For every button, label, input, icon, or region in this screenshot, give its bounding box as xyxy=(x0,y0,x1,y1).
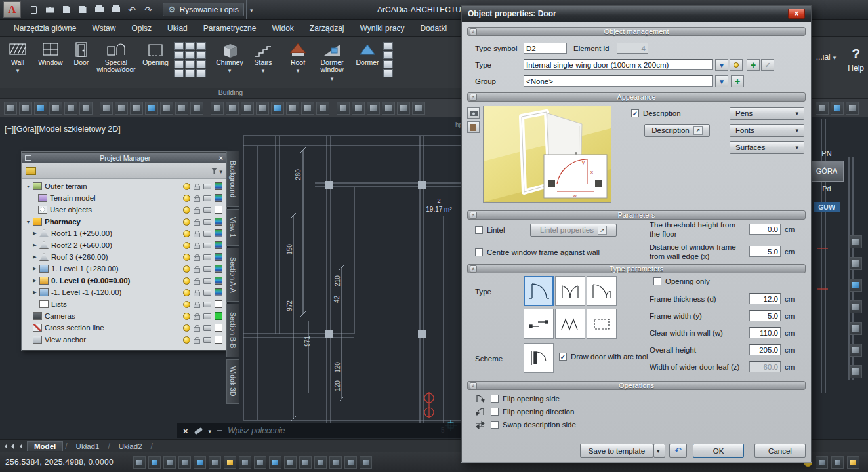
window-type-icon[interactable] xyxy=(174,60,184,68)
type-confirm-button[interactable] xyxy=(761,59,774,71)
toolbar-icon[interactable] xyxy=(256,102,269,115)
save-icon[interactable] xyxy=(59,3,73,16)
window-type-icon[interactable] xyxy=(185,42,195,50)
side-tool-icon[interactable] xyxy=(849,257,862,270)
overall-height-input[interactable] xyxy=(749,344,781,355)
tab-background[interactable]: Background xyxy=(226,151,239,207)
tab-view-1[interactable]: View 1 xyxy=(226,209,239,246)
visibility-bulb-icon[interactable] xyxy=(183,218,190,226)
ortho-toggle-icon[interactable] xyxy=(163,456,176,469)
chevron-down-icon[interactable] xyxy=(209,426,212,435)
toolbar-icon[interactable] xyxy=(226,102,239,115)
section-parameters[interactable]: Parameters xyxy=(467,210,806,220)
osnap-toggle-icon[interactable] xyxy=(194,456,206,469)
pen-color-chip[interactable] xyxy=(215,218,222,226)
collapse-icon[interactable] xyxy=(470,382,477,389)
group-input[interactable] xyxy=(524,75,713,87)
printer-icon[interactable] xyxy=(203,313,211,319)
tab-uklad[interactable]: Układ xyxy=(160,21,195,35)
dormer-window-button[interactable]: Dormer window xyxy=(312,38,352,88)
workspace-switch-icon[interactable] xyxy=(299,456,312,469)
side-tool-icon[interactable] xyxy=(849,279,862,292)
toolbar-icon[interactable] xyxy=(271,102,284,115)
prev-layout-icon[interactable] xyxy=(15,442,25,451)
visibility-bulb-icon[interactable] xyxy=(183,301,190,308)
printer-icon[interactable] xyxy=(203,219,211,225)
pen-color-chip[interactable] xyxy=(215,336,222,344)
toolbar-icon[interactable] xyxy=(382,102,395,115)
tree-item[interactable]: Roof 3 (+260.00) xyxy=(22,251,226,263)
tree-item[interactable]: Lists xyxy=(22,298,226,310)
fonts-button[interactable]: Fonts xyxy=(730,124,804,137)
tree-item[interactable]: Outer terrain xyxy=(22,180,226,192)
printer-icon[interactable] xyxy=(203,184,211,189)
printer-icon[interactable] xyxy=(203,325,211,331)
collapse-icon[interactable] xyxy=(470,28,477,35)
surfaces-button[interactable]: Surfaces xyxy=(730,141,804,154)
toolbar-icon[interactable] xyxy=(397,102,410,115)
window-type-icon[interactable] xyxy=(185,60,195,68)
window-type-icon[interactable] xyxy=(174,69,184,77)
lineweight-toggle-icon[interactable] xyxy=(224,456,236,469)
scheme-button[interactable] xyxy=(524,343,554,373)
status-extra-icon[interactable] xyxy=(847,456,859,469)
tree-item[interactable]: Cross section line xyxy=(22,322,226,334)
command-line[interactable]: Wpisz polecenie xyxy=(177,423,461,438)
undo-icon[interactable]: ↶ xyxy=(125,3,139,16)
visibility-bulb-icon[interactable] xyxy=(183,336,190,344)
lock-icon[interactable] xyxy=(194,339,200,344)
pen-color-chip[interactable] xyxy=(215,324,222,332)
close-button[interactable] xyxy=(788,9,805,19)
clean-screen-icon[interactable] xyxy=(360,456,372,469)
toolbar-icon[interactable] xyxy=(337,102,350,115)
cancel-button[interactable]: Cancel xyxy=(754,444,806,458)
tree-item[interactable]: View anchor xyxy=(22,334,226,345)
lock-icon[interactable] xyxy=(194,292,200,296)
collapse-icon[interactable] xyxy=(470,94,477,101)
tab-narzedzia-glowne[interactable]: Narzędzia główne xyxy=(7,21,83,35)
toolbar-icon[interactable] xyxy=(286,102,299,115)
add-folder-icon[interactable] xyxy=(26,167,36,175)
lock-icon[interactable] xyxy=(194,280,200,285)
toolbar-icon[interactable] xyxy=(4,102,17,115)
visibility-bulb-icon[interactable] xyxy=(183,266,190,273)
toolbar-icon[interactable] xyxy=(79,102,93,115)
side-tool-icon[interactable] xyxy=(849,322,862,335)
otrack-toggle-icon[interactable] xyxy=(209,456,221,469)
section-appearance[interactable]: Appearance xyxy=(467,92,806,102)
opening-only-checkbox[interactable] xyxy=(653,277,661,285)
expand-caret-icon[interactable] xyxy=(25,220,31,224)
toolbar-icon[interactable] xyxy=(190,102,203,115)
window-type-icon[interactable] xyxy=(196,60,206,68)
lintel-checkbox[interactable] xyxy=(475,226,483,234)
collapsed-caret-icon[interactable] xyxy=(31,231,38,236)
dialog-titlebar[interactable]: Object properties: Door xyxy=(462,6,811,22)
partial-ribbon-button[interactable]: ...ial xyxy=(814,43,839,71)
door-type-sliding-button[interactable] xyxy=(524,309,554,339)
visibility-bulb-icon[interactable] xyxy=(183,324,190,332)
description-button[interactable]: Description xyxy=(644,124,710,137)
collapse-icon[interactable] xyxy=(470,266,477,273)
door-button[interactable]: Door xyxy=(68,38,94,88)
group-picker-button[interactable] xyxy=(715,75,728,87)
visibility-bulb-icon[interactable] xyxy=(183,289,190,296)
lock-icon[interactable] xyxy=(194,304,200,308)
compass-top-button[interactable]: GÓRA xyxy=(810,161,844,182)
filter-controls[interactable] xyxy=(211,167,222,176)
redo-icon[interactable]: ↷ xyxy=(141,3,155,16)
lock-icon[interactable] xyxy=(194,221,200,226)
toolbar-icon[interactable] xyxy=(19,102,32,115)
threshold-input[interactable] xyxy=(749,224,781,235)
door-type-folding-button[interactable] xyxy=(555,309,585,339)
door-preview[interactable]: y x w xyxy=(483,106,611,203)
door-type-opening-button[interactable] xyxy=(587,309,617,339)
lock-icon[interactable] xyxy=(194,256,200,261)
ok-button[interactable]: OK xyxy=(693,444,744,458)
workspace-selector[interactable]: Rysowanie i opis xyxy=(163,3,244,16)
tool-mini-icon[interactable] xyxy=(383,42,393,50)
window-type-icon[interactable] xyxy=(196,51,206,59)
printer-icon[interactable] xyxy=(203,302,211,307)
swap-description-side-checkbox[interactable] xyxy=(491,421,499,429)
save-template-dropdown-button[interactable] xyxy=(653,444,665,458)
quick-properties-icon[interactable] xyxy=(329,456,342,469)
